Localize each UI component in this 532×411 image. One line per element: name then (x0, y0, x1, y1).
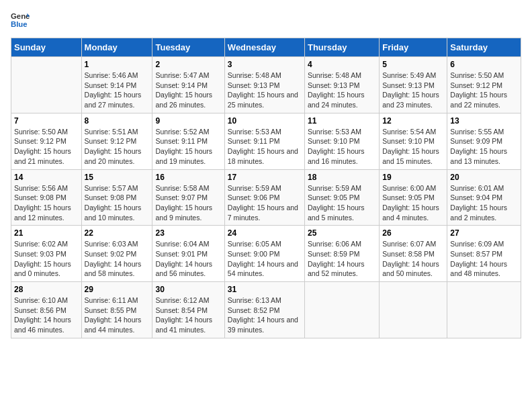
calendar-cell: 3Sunrise: 5:48 AMSunset: 9:13 PMDaylight… (224, 57, 304, 113)
calendar-cell: 8Sunrise: 5:51 AMSunset: 9:12 PMDaylight… (81, 113, 152, 169)
calendar-cell: 11Sunrise: 5:53 AMSunset: 9:10 PMDayligh… (304, 113, 379, 169)
day-number: 6 (450, 60, 518, 69)
calendar-cell: 13Sunrise: 5:55 AMSunset: 9:09 PMDayligh… (447, 113, 521, 169)
calendar-cell: 2Sunrise: 5:47 AMSunset: 9:14 PMDaylight… (152, 57, 224, 113)
day-number: 5 (382, 60, 444, 69)
day-info: Sunrise: 5:57 AMSunset: 9:08 PMDaylight:… (85, 183, 150, 223)
calendar-cell: 23Sunrise: 6:04 AMSunset: 9:01 PMDayligh… (152, 226, 224, 282)
svg-text:Blue: Blue (11, 20, 28, 28)
day-info: Sunrise: 5:46 AMSunset: 9:14 PMDaylight:… (85, 71, 150, 110)
calendar-cell: 10Sunrise: 5:53 AMSunset: 9:11 PMDayligh… (224, 113, 304, 169)
calendar-week-row: 21Sunrise: 6:02 AMSunset: 9:03 PMDayligh… (11, 226, 521, 282)
day-number: 31 (228, 285, 302, 294)
svg-text:General: General (11, 12, 30, 20)
calendar-cell: 20Sunrise: 6:01 AMSunset: 9:04 PMDayligh… (447, 169, 521, 226)
day-number: 11 (308, 116, 376, 126)
day-info: Sunrise: 6:10 AMSunset: 8:56 PMDaylight:… (14, 295, 79, 335)
day-info: Sunrise: 6:05 AMSunset: 9:00 PMDaylight:… (228, 239, 302, 279)
day-number: 4 (308, 60, 376, 69)
day-info: Sunrise: 5:51 AMSunset: 9:12 PMDaylight:… (85, 127, 150, 167)
day-info: Sunrise: 5:55 AMSunset: 9:09 PMDaylight:… (450, 127, 518, 167)
day-info: Sunrise: 5:59 AMSunset: 9:05 PMDaylight:… (308, 183, 376, 223)
day-info: Sunrise: 6:03 AMSunset: 9:02 PMDaylight:… (85, 239, 150, 279)
day-number: 2 (155, 60, 221, 69)
day-info: Sunrise: 6:13 AMSunset: 8:52 PMDaylight:… (228, 295, 302, 335)
calendar-week-row: 14Sunrise: 5:56 AMSunset: 9:08 PMDayligh… (11, 169, 521, 226)
day-info: Sunrise: 5:50 AMSunset: 9:12 PMDaylight:… (14, 127, 79, 167)
day-number: 28 (14, 285, 79, 294)
day-number: 10 (228, 116, 302, 126)
calendar-cell: 24Sunrise: 6:05 AMSunset: 9:00 PMDayligh… (224, 226, 304, 282)
day-info: Sunrise: 5:48 AMSunset: 9:13 PMDaylight:… (228, 71, 302, 110)
day-number: 18 (308, 173, 376, 182)
calendar-cell: 18Sunrise: 5:59 AMSunset: 9:05 PMDayligh… (304, 169, 379, 226)
calendar-cell (447, 282, 521, 338)
day-number: 21 (14, 228, 79, 238)
day-info: Sunrise: 5:53 AMSunset: 9:11 PMDaylight:… (228, 127, 302, 167)
logo: General Blue (11, 11, 30, 30)
day-number: 24 (228, 228, 302, 238)
day-number: 13 (450, 116, 518, 126)
weekday-header-tuesday: Tuesday (152, 38, 224, 57)
day-info: Sunrise: 6:09 AMSunset: 8:57 PMDaylight:… (450, 239, 518, 279)
calendar-cell: 7Sunrise: 5:50 AMSunset: 9:12 PMDaylight… (11, 113, 82, 169)
calendar-cell: 4Sunrise: 5:48 AMSunset: 9:13 PMDaylight… (304, 57, 379, 113)
calendar-cell (11, 57, 82, 113)
weekday-header-wednesday: Wednesday (224, 38, 304, 57)
calendar-week-row: 28Sunrise: 6:10 AMSunset: 8:56 PMDayligh… (11, 282, 521, 338)
calendar-cell: 25Sunrise: 6:06 AMSunset: 8:59 PMDayligh… (304, 226, 379, 282)
day-info: Sunrise: 5:48 AMSunset: 9:13 PMDaylight:… (308, 71, 376, 110)
day-info: Sunrise: 5:50 AMSunset: 9:12 PMDaylight:… (450, 71, 518, 110)
weekday-header-sunday: Sunday (11, 38, 82, 57)
calendar-cell: 17Sunrise: 5:59 AMSunset: 9:06 PMDayligh… (224, 169, 304, 226)
day-info: Sunrise: 5:49 AMSunset: 9:13 PMDaylight:… (382, 71, 444, 110)
day-number: 23 (155, 228, 221, 238)
logo-icon: General Blue (11, 11, 30, 30)
calendar-cell: 29Sunrise: 6:11 AMSunset: 8:55 PMDayligh… (81, 282, 152, 338)
day-info: Sunrise: 6:12 AMSunset: 8:54 PMDaylight:… (155, 295, 221, 335)
calendar-cell: 14Sunrise: 5:56 AMSunset: 9:08 PMDayligh… (11, 169, 82, 226)
calendar-cell: 27Sunrise: 6:09 AMSunset: 8:57 PMDayligh… (447, 226, 521, 282)
day-number: 17 (228, 173, 302, 182)
calendar-cell: 1Sunrise: 5:46 AMSunset: 9:14 PMDaylight… (81, 57, 152, 113)
day-info: Sunrise: 6:11 AMSunset: 8:55 PMDaylight:… (85, 295, 150, 335)
day-info: Sunrise: 5:53 AMSunset: 9:10 PMDaylight:… (308, 127, 376, 167)
calendar-cell: 21Sunrise: 6:02 AMSunset: 9:03 PMDayligh… (11, 226, 82, 282)
day-number: 15 (85, 173, 150, 182)
calendar-cell: 15Sunrise: 5:57 AMSunset: 9:08 PMDayligh… (81, 169, 152, 226)
day-number: 16 (155, 173, 221, 182)
day-number: 27 (450, 228, 518, 238)
day-number: 30 (155, 285, 221, 294)
day-info: Sunrise: 6:02 AMSunset: 9:03 PMDaylight:… (14, 239, 79, 279)
day-number: 1 (85, 60, 150, 69)
calendar-table: SundayMondayTuesdayWednesdayThursdayFrid… (11, 38, 521, 338)
day-number: 19 (382, 173, 444, 182)
day-number: 3 (228, 60, 302, 69)
day-info: Sunrise: 6:06 AMSunset: 8:59 PMDaylight:… (308, 239, 376, 279)
day-info: Sunrise: 6:01 AMSunset: 9:04 PMDaylight:… (450, 183, 518, 223)
calendar-cell (380, 282, 447, 338)
day-number: 20 (450, 173, 518, 182)
calendar-cell: 28Sunrise: 6:10 AMSunset: 8:56 PMDayligh… (11, 282, 82, 338)
day-info: Sunrise: 5:47 AMSunset: 9:14 PMDaylight:… (155, 71, 221, 110)
day-number: 14 (14, 173, 79, 182)
day-number: 7 (14, 116, 79, 126)
day-info: Sunrise: 6:00 AMSunset: 9:05 PMDaylight:… (382, 183, 444, 223)
calendar-cell: 6Sunrise: 5:50 AMSunset: 9:12 PMDaylight… (447, 57, 521, 113)
calendar-cell: 19Sunrise: 6:00 AMSunset: 9:05 PMDayligh… (380, 169, 447, 226)
day-info: Sunrise: 5:52 AMSunset: 9:11 PMDaylight:… (155, 127, 221, 167)
weekday-header-saturday: Saturday (447, 38, 521, 57)
day-number: 8 (85, 116, 150, 126)
calendar-week-row: 7Sunrise: 5:50 AMSunset: 9:12 PMDaylight… (11, 113, 521, 169)
weekday-header-monday: Monday (81, 38, 152, 57)
page-header: General Blue (11, 11, 521, 30)
day-number: 29 (85, 285, 150, 294)
day-info: Sunrise: 5:56 AMSunset: 9:08 PMDaylight:… (14, 183, 79, 223)
day-info: Sunrise: 5:59 AMSunset: 9:06 PMDaylight:… (228, 183, 302, 223)
calendar-week-row: 1Sunrise: 5:46 AMSunset: 9:14 PMDaylight… (11, 57, 521, 113)
day-number: 9 (155, 116, 221, 126)
calendar-cell: 31Sunrise: 6:13 AMSunset: 8:52 PMDayligh… (224, 282, 304, 338)
calendar-cell: 16Sunrise: 5:58 AMSunset: 9:07 PMDayligh… (152, 169, 224, 226)
day-info: Sunrise: 6:04 AMSunset: 9:01 PMDaylight:… (155, 239, 221, 279)
day-number: 26 (382, 228, 444, 238)
